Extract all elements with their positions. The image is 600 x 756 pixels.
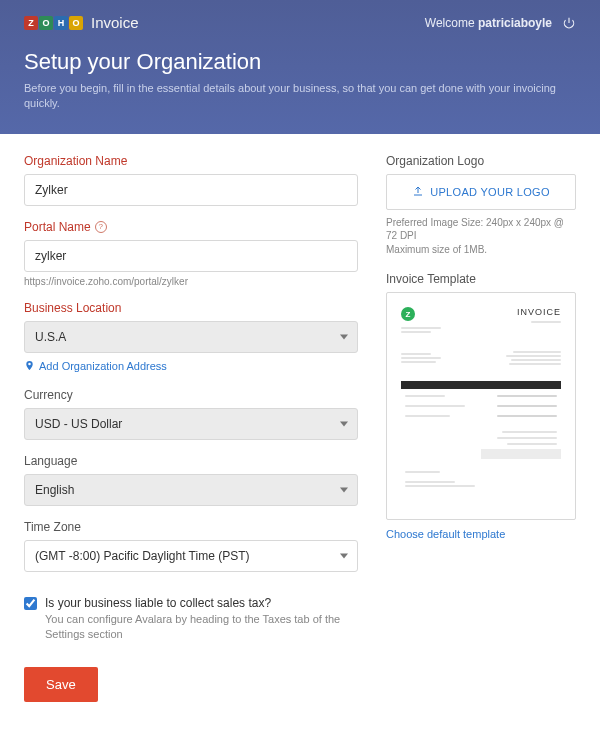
currency-select[interactable]: USD - US Dollar bbox=[24, 408, 358, 440]
logo-letter: H bbox=[54, 16, 68, 30]
add-address-link[interactable]: Add Organization Address bbox=[39, 360, 167, 372]
organization-name-input[interactable] bbox=[24, 174, 358, 206]
label-org-logo: Organization Logo bbox=[386, 154, 576, 168]
field-business-location: Business Location U.S.A Add Organization… bbox=[24, 301, 358, 374]
logout-icon[interactable] bbox=[562, 16, 576, 30]
save-button[interactable]: Save bbox=[24, 667, 98, 702]
product-name: Invoice bbox=[91, 14, 139, 31]
app-header: Z O H O Invoice Welcome patriciaboyle Se… bbox=[0, 0, 600, 134]
label-timezone: Time Zone bbox=[24, 520, 358, 534]
logo-letter: O bbox=[69, 16, 83, 30]
field-language: Language English bbox=[24, 454, 358, 506]
pin-icon bbox=[24, 359, 35, 374]
help-icon[interactable]: ? bbox=[95, 221, 107, 233]
invoice-template-preview[interactable]: Z INVOICE bbox=[386, 292, 576, 520]
field-currency: Currency USD - US Dollar bbox=[24, 388, 358, 440]
upload-icon bbox=[412, 185, 424, 199]
logo-letter: Z bbox=[24, 16, 38, 30]
tax-liable-block: Is your business liable to collect sales… bbox=[24, 596, 358, 642]
tax-liable-checkbox[interactable] bbox=[24, 597, 37, 610]
field-portal-name: Portal Name ? https://invoice.zoho.com/p… bbox=[24, 220, 358, 287]
brand-logo: Z O H O Invoice bbox=[24, 14, 139, 31]
language-select[interactable]: English bbox=[24, 474, 358, 506]
welcome-block: Welcome patriciaboyle bbox=[425, 16, 576, 30]
tax-help: You can configure Avalara by heading to … bbox=[45, 612, 358, 642]
timezone-select[interactable]: (GMT -8:00) Pacific Daylight Time (PST) bbox=[24, 540, 358, 572]
label-organization-name: Organization Name bbox=[24, 154, 358, 168]
field-timezone: Time Zone (GMT -8:00) Pacific Daylight T… bbox=[24, 520, 358, 572]
business-location-select[interactable]: U.S.A bbox=[24, 321, 358, 353]
choose-template-link[interactable]: Choose default template bbox=[386, 528, 576, 540]
logo-hint-max: Maximum size of 1MB. bbox=[386, 243, 576, 257]
template-invoice-label: INVOICE bbox=[517, 307, 561, 317]
tax-question: Is your business liable to collect sales… bbox=[45, 596, 358, 610]
template-brand-badge: Z bbox=[401, 307, 415, 321]
page-title: Setup your Organization bbox=[24, 49, 576, 75]
label-currency: Currency bbox=[24, 388, 358, 402]
upload-logo-button[interactable]: UPLOAD YOUR LOGO bbox=[386, 174, 576, 210]
label-portal-name: Portal Name ? bbox=[24, 220, 358, 234]
portal-name-input[interactable] bbox=[24, 240, 358, 272]
label-invoice-template: Invoice Template bbox=[386, 272, 576, 286]
logo-hint-size: Preferred Image Size: 240px x 240px @ 72… bbox=[386, 216, 576, 243]
page-subtitle: Before you begin, fill in the essential … bbox=[24, 81, 576, 112]
logo-letter: O bbox=[39, 16, 53, 30]
label-language: Language bbox=[24, 454, 358, 468]
label-business-location: Business Location bbox=[24, 301, 358, 315]
field-organization-name: Organization Name bbox=[24, 154, 358, 206]
portal-url-hint: https://invoice.zoho.com/portal/zylker bbox=[24, 276, 358, 287]
